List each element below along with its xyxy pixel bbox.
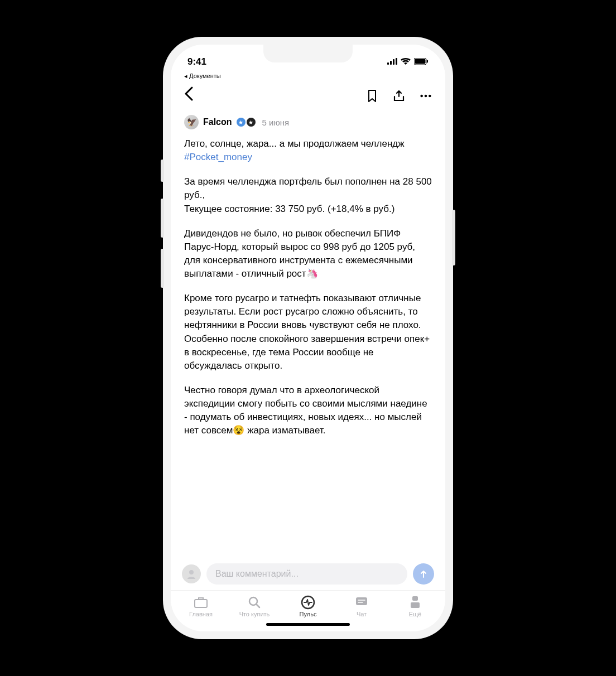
bookmark-icon[interactable] <box>366 90 378 102</box>
post-body: Лето, солнце, жара... а мы продолжаем че… <box>171 137 445 558</box>
author-avatar[interactable]: 🦅 <box>184 115 199 129</box>
svg-rect-15 <box>412 596 418 601</box>
device-notch <box>263 45 353 62</box>
screen: 9:41 ◂ Документы <box>171 45 445 631</box>
tab-label: Что купить <box>239 611 270 617</box>
author-name[interactable]: Falcon <box>203 117 232 127</box>
post-paragraph-4: Кроме того русагро и татнефть показывают… <box>184 292 432 373</box>
svg-point-10 <box>189 570 194 574</box>
svg-rect-6 <box>427 60 428 63</box>
svg-rect-16 <box>411 602 420 608</box>
svg-rect-14 <box>356 597 367 605</box>
comment-bar: Ваш комментарий... <box>171 558 445 590</box>
bottom-nav: Главная Что купить Пульс Чат <box>171 590 445 620</box>
tab-label: Ещё <box>409 611 422 617</box>
svg-point-7 <box>420 94 423 97</box>
tab-label: Главная <box>189 611 213 617</box>
phone-frame: 9:41 ◂ Документы <box>163 37 453 639</box>
post-date: 5 июня <box>262 118 290 127</box>
status-time: 9:41 <box>187 56 206 67</box>
tab-label: Пульс <box>300 611 317 617</box>
briefcase-icon <box>193 595 209 610</box>
tab-home[interactable]: Главная <box>174 595 228 617</box>
power-button <box>452 210 455 265</box>
user-avatar[interactable] <box>182 564 201 583</box>
tab-chat[interactable]: Чат <box>335 595 388 617</box>
post-paragraph-3: Дивидендов не было, но рывок обеспечил Б… <box>184 227 432 281</box>
mute-switch <box>161 160 164 182</box>
pro-badge-icon: ★ <box>247 118 256 127</box>
svg-rect-0 <box>387 62 389 65</box>
volume-up-button <box>161 199 164 238</box>
post-header: 🦅 Falcon ★ ★ 5 июня <box>171 112 445 137</box>
volume-down-button <box>161 249 164 288</box>
svg-rect-3 <box>396 58 397 65</box>
post-paragraph-5: Честно говоря думал что в археологическо… <box>184 384 432 438</box>
verified-badge-icon: ★ <box>237 118 246 127</box>
chat-icon <box>354 595 369 610</box>
comment-input[interactable]: Ваш комментарий... <box>206 563 407 585</box>
tab-buy[interactable]: Что купить <box>228 595 281 617</box>
svg-point-8 <box>425 94 427 97</box>
share-icon[interactable] <box>393 90 405 102</box>
battery-icon <box>414 56 429 67</box>
svg-rect-5 <box>415 59 426 64</box>
post-paragraph-2: За время челленджа портфель был пополнен… <box>184 175 432 215</box>
tab-more[interactable]: Ещё <box>388 595 442 617</box>
more-icon[interactable] <box>420 90 432 102</box>
svg-point-9 <box>429 94 431 97</box>
breadcrumb-back[interactable]: ◂ Документы <box>171 73 445 82</box>
hashtag-link[interactable]: #Pocket_money <box>184 152 252 162</box>
tab-pulse[interactable]: Пульс <box>281 595 335 617</box>
svg-rect-1 <box>390 61 392 65</box>
back-button[interactable] <box>184 86 193 105</box>
profile-icon <box>407 595 423 610</box>
home-indicator[interactable] <box>266 623 350 626</box>
post-paragraph-1: Лето, солнце, жара... а мы продолжаем че… <box>184 137 432 164</box>
pulse-icon <box>300 595 316 610</box>
tab-label: Чат <box>357 611 367 617</box>
top-nav <box>171 82 445 112</box>
wifi-icon <box>401 56 411 67</box>
post-intro-text: Лето, солнце, жара... а мы продолжаем че… <box>184 138 405 149</box>
signal-icon <box>387 56 397 67</box>
svg-rect-11 <box>195 600 207 607</box>
search-icon <box>247 595 262 610</box>
svg-rect-2 <box>393 59 394 65</box>
send-button[interactable] <box>413 563 434 585</box>
